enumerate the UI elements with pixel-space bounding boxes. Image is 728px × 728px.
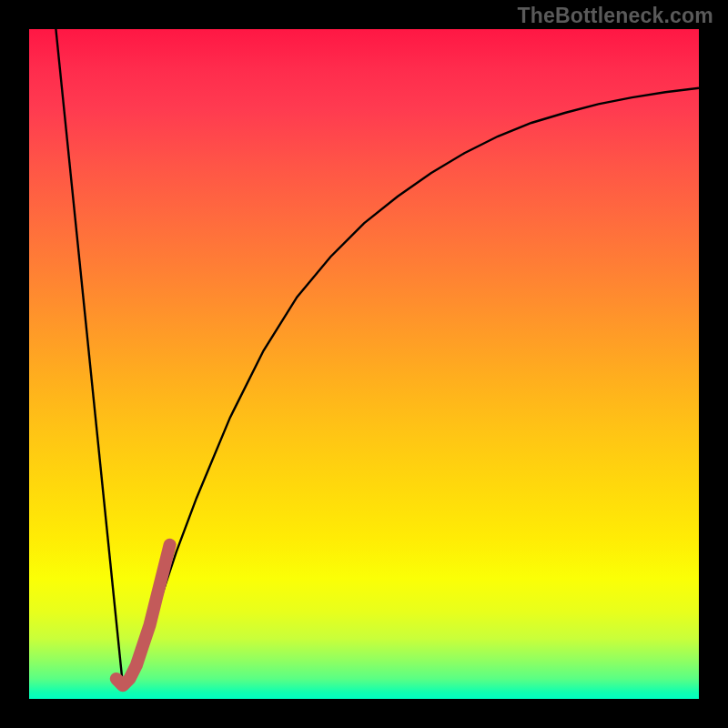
plot-svg [29,29,699,699]
chart-frame: TheBottleneck.com [0,0,728,728]
watermark-text: TheBottleneck.com [517,4,713,28]
plot-area [29,29,699,699]
thick-j-segment [116,545,170,686]
right-curve-line [123,88,699,686]
left-slope-line [56,29,123,685]
